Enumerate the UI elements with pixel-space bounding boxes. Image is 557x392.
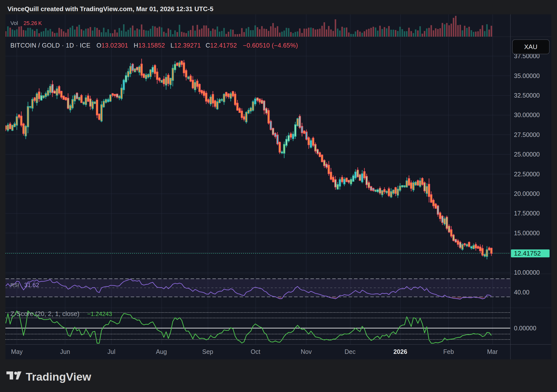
svg-text:Aug: Aug bbox=[156, 348, 167, 355]
svg-text:TradingView: TradingView bbox=[26, 370, 91, 383]
svg-text:25.00000: 25.00000 bbox=[514, 151, 540, 158]
svg-text:Nov: Nov bbox=[301, 348, 312, 355]
svg-text:15.00000: 15.00000 bbox=[514, 230, 540, 236]
svg-text:27.50000: 27.50000 bbox=[514, 131, 540, 138]
svg-text:Dec: Dec bbox=[345, 348, 355, 355]
svg-text:0.00000: 0.00000 bbox=[514, 325, 536, 332]
svg-text:RSI: RSI bbox=[10, 282, 19, 288]
svg-text:22.50000: 22.50000 bbox=[514, 171, 540, 178]
svg-text:Jun: Jun bbox=[60, 348, 70, 355]
svg-text:May: May bbox=[11, 348, 23, 355]
svg-text:32.50000: 32.50000 bbox=[514, 92, 540, 99]
svg-text:BITCOIN / GOLD · 1D · ICEO13.0: BITCOIN / GOLD · 1D · ICEO13.02301H13.15… bbox=[10, 42, 298, 49]
svg-text:VinceQuill created with Tradin: VinceQuill created with TradingView.com,… bbox=[7, 5, 213, 13]
svg-text:2026: 2026 bbox=[393, 348, 407, 355]
svg-text:10.00000: 10.00000 bbox=[514, 269, 540, 276]
svg-text:XAU: XAU bbox=[524, 43, 537, 51]
svg-text:Mar: Mar bbox=[487, 348, 498, 355]
svg-text:17.50000: 17.50000 bbox=[514, 210, 540, 217]
svg-text:35.00000: 35.00000 bbox=[514, 72, 540, 79]
svg-text:−1.24243: −1.24243 bbox=[87, 311, 112, 317]
svg-text:25.26 K: 25.26 K bbox=[24, 20, 42, 26]
svg-text:20.00000: 20.00000 bbox=[514, 190, 540, 197]
svg-text:Sep: Sep bbox=[202, 348, 213, 355]
svg-text:Z-Score (20, 2, 1, close): Z-Score (20, 2, 1, close) bbox=[10, 310, 79, 317]
svg-text:Oct: Oct bbox=[251, 348, 260, 355]
svg-text:40.00: 40.00 bbox=[514, 289, 530, 296]
svg-text:30.00000: 30.00000 bbox=[514, 111, 540, 118]
svg-text:Feb: Feb bbox=[443, 348, 454, 355]
svg-text:Vol: Vol bbox=[10, 20, 18, 26]
svg-text:12.41752: 12.41752 bbox=[514, 250, 541, 257]
svg-text:31.62: 31.62 bbox=[24, 282, 39, 288]
svg-text:Jul: Jul bbox=[107, 348, 115, 355]
